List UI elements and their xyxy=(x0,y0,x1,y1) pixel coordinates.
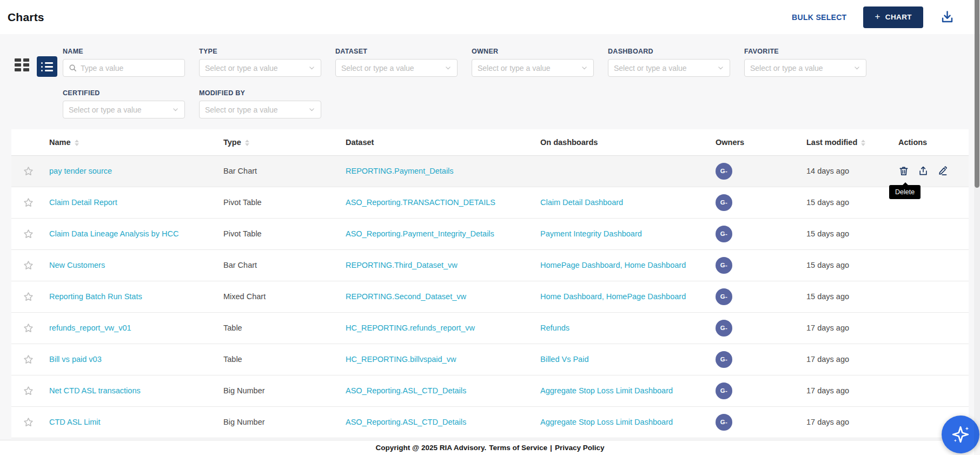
filter-label: NAME xyxy=(63,48,185,55)
sort-icon[interactable] xyxy=(75,140,79,146)
edit-icon[interactable] xyxy=(937,166,948,176)
dataset-link[interactable]: REPORTING.Payment_Details xyxy=(346,167,454,175)
table-row: Claim Data Lineage Analysis by HCC Pivot… xyxy=(11,218,969,249)
add-chart-button[interactable]: + CHART xyxy=(863,6,923,28)
favorite-star-icon[interactable] xyxy=(23,291,34,302)
column-header-last-modified[interactable]: Last modified xyxy=(801,129,893,155)
last-modified: 17 days ago xyxy=(806,386,849,395)
dataset-link[interactable]: REPORTING.Third_Dataset_vw xyxy=(346,261,458,269)
column-header-label: Name xyxy=(49,138,71,147)
filter-select[interactable]: Select or type a value xyxy=(744,59,866,77)
filter-label: MODIFIED BY xyxy=(199,89,321,97)
chart-name-link[interactable]: Bill vs paid v03 xyxy=(49,355,102,364)
table-row: Bill vs paid v03 Table HC_REPORTING.bill… xyxy=(11,344,969,375)
filter-select[interactable]: Select or type a value xyxy=(199,101,321,118)
chart-type: Bar Chart xyxy=(223,167,257,175)
list-view-toggle[interactable] xyxy=(37,56,57,77)
chevron-down-icon xyxy=(308,106,315,113)
favorite-star-icon[interactable] xyxy=(23,354,34,365)
favorite-star-icon[interactable] xyxy=(23,197,34,208)
dataset-link[interactable]: ASO_Reporting.ASL_CTD_Details xyxy=(346,418,466,426)
chart-name-link[interactable]: New Customers xyxy=(49,261,105,269)
chart-type: Pivot Table xyxy=(223,198,262,207)
column-header-on-dashboards: On dashboards xyxy=(535,129,710,155)
filter-dashboard: DASHBOARDSelect or type a value xyxy=(608,48,730,77)
chart-name-link[interactable]: CTD ASL Limit xyxy=(49,418,101,426)
trash-icon[interactable] xyxy=(898,166,909,176)
owner-avatar[interactable]: G- xyxy=(716,257,732,274)
export-icon[interactable] xyxy=(918,166,929,176)
last-modified: 15 days ago xyxy=(806,198,849,207)
filter-modified-by: MODIFIED BYSelect or type a value xyxy=(199,89,321,118)
last-modified: 14 days ago xyxy=(806,167,849,175)
favorite-star-icon[interactable] xyxy=(23,228,34,240)
dashboards-link[interactable]: Billed Vs Paid xyxy=(540,355,588,364)
chevron-down-icon xyxy=(581,64,588,71)
favorite-star-icon[interactable] xyxy=(23,166,34,177)
name-search-input[interactable] xyxy=(63,59,185,77)
favorite-star-icon[interactable] xyxy=(23,385,34,397)
bulk-select-button[interactable]: BULK SELECT xyxy=(792,13,846,22)
add-chart-label: CHART xyxy=(885,13,912,21)
dashboards-link[interactable]: Refunds xyxy=(540,324,570,332)
owner-avatar[interactable]: G- xyxy=(716,351,732,368)
dataset-link[interactable]: REPORTING.Second_Dataset_vw xyxy=(346,292,466,301)
toolbar: BULK SELECT + CHART xyxy=(792,6,955,28)
select-placeholder: Select or type a value xyxy=(205,64,278,72)
dashboards-link[interactable]: Payment Integrity Dashboard xyxy=(540,229,642,238)
owner-avatar[interactable]: G- xyxy=(716,288,732,305)
dashboards-link[interactable]: Aggregate Stop Loss Limit Dashboard xyxy=(540,386,673,395)
privacy-policy-link[interactable]: Privacy Policy xyxy=(555,444,605,452)
dashboards-link[interactable]: Claim Detail Dashboard xyxy=(540,198,623,207)
chart-name-link[interactable]: pay tender source xyxy=(49,167,112,175)
favorite-star-icon[interactable] xyxy=(23,322,34,334)
search-icon xyxy=(69,64,77,72)
scrollbar-thumb[interactable] xyxy=(975,0,979,188)
chart-type: Big Number xyxy=(223,386,265,395)
chart-name-link[interactable]: Reporting Batch Run Stats xyxy=(49,292,142,301)
terms-of-service-link[interactable]: Terms of Service xyxy=(489,444,547,452)
select-placeholder: Select or type a value xyxy=(750,64,823,72)
favorite-star-icon[interactable] xyxy=(23,417,34,428)
download-icon[interactable] xyxy=(940,10,955,24)
owner-avatar[interactable]: G- xyxy=(716,163,732,180)
chart-name-link[interactable]: Claim Detail Report xyxy=(49,198,117,207)
dataset-link[interactable]: ASO_Reporting.ASL_CTD_Details xyxy=(346,386,466,395)
filter-name: NAME xyxy=(63,48,185,77)
owner-avatar[interactable]: G- xyxy=(716,383,732,399)
chart-name-link[interactable]: Net CTD ASL transactions xyxy=(49,386,141,395)
chart-name-link[interactable]: Claim Data Lineage Analysis by HCC xyxy=(49,229,178,238)
column-header-type[interactable]: Type xyxy=(218,129,340,155)
dataset-link[interactable]: ASO_Reporting.TRANSACTION_DETAILS xyxy=(346,198,495,207)
dashboards-link[interactable]: Home Dashboard, HomePage Dashboard xyxy=(540,292,686,301)
sort-icon[interactable] xyxy=(861,140,865,146)
column-header-name[interactable]: Name xyxy=(44,129,218,155)
filter-label: CERTIFIED xyxy=(63,89,185,97)
search-text-field[interactable] xyxy=(81,64,179,72)
chart-name-link[interactable]: refunds_report_vw_v01 xyxy=(49,324,131,332)
owner-avatar[interactable]: G- xyxy=(716,226,732,242)
dashboards-link[interactable]: Aggregate Stop Loss Limit Dashboard xyxy=(540,418,673,426)
owner-avatar[interactable]: G- xyxy=(716,194,732,211)
filter-select[interactable]: Select or type a value xyxy=(472,59,594,77)
owner-avatar[interactable]: G- xyxy=(716,414,732,431)
filter-select[interactable]: Select or type a value xyxy=(199,59,321,77)
filter-select[interactable]: Select or type a value xyxy=(608,59,730,77)
chart-type: Bar Chart xyxy=(223,261,257,269)
dataset-link[interactable]: HC_REPORTING.refunds_report_vw xyxy=(346,324,475,332)
dashboards-link[interactable]: HomePage Dashboard, Home Dashboard xyxy=(540,261,686,269)
card-view-toggle[interactable] xyxy=(15,58,29,71)
column-header-label: Owners xyxy=(716,138,744,147)
filter-select[interactable]: Select or type a value xyxy=(335,59,458,77)
filter-select[interactable]: Select or type a value xyxy=(63,101,185,118)
select-placeholder: Select or type a value xyxy=(341,64,414,72)
column-header-label: Type xyxy=(223,138,241,147)
owner-avatar[interactable]: G- xyxy=(716,320,732,337)
sort-icon[interactable] xyxy=(245,140,249,146)
favorite-star-icon[interactable] xyxy=(23,260,34,271)
column-header-label: Actions xyxy=(898,138,927,147)
filter-section: NAMETYPESelect or type a valueDATASETSel… xyxy=(0,34,980,129)
dataset-link[interactable]: ASO_Reporting.Payment_Integrity_Details xyxy=(346,229,494,238)
dataset-link[interactable]: HC_REPORTING.billvspaid_vw xyxy=(346,355,456,364)
chevron-down-icon xyxy=(445,64,452,71)
